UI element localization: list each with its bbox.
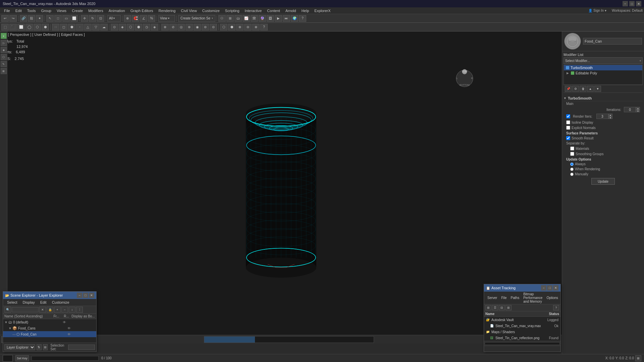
menu-edit[interactable]: Edit [13, 8, 24, 13]
menu-rendering[interactable]: Rendering [156, 8, 178, 13]
se-menu-customize[interactable]: Customize [49, 300, 72, 305]
tb2-btn-23[interactable]: ⊛ [185, 24, 193, 31]
menu-civil-view[interactable]: Civil View [178, 8, 199, 13]
scale-button[interactable]: ⊡ [97, 15, 104, 22]
se-footer-btn-2[interactable]: ⊞ [43, 344, 48, 350]
tb2-btn-28[interactable]: ⬢ [228, 24, 235, 31]
select-button[interactable]: ↖ [46, 15, 54, 22]
menu-help[interactable]: Help [299, 8, 312, 13]
modifier-editable-poly[interactable]: ▶ Editable Poly [564, 70, 642, 76]
layer-manager[interactable]: 🗂 [234, 15, 242, 22]
smoothing-groups-checkbox[interactable] [570, 152, 574, 156]
update-button[interactable]: Update [591, 178, 615, 185]
se-tb-options[interactable]: ⋮ [76, 307, 83, 313]
manually-radio[interactable] [570, 173, 574, 176]
at-menu-options[interactable]: Options [544, 296, 560, 300]
tb2-btn-12[interactable]: ▽ [92, 24, 100, 31]
when-rendering-radio[interactable] [570, 168, 574, 171]
tb2-btn-8[interactable]: ◻ [60, 24, 67, 31]
menu-tools[interactable]: Tools [24, 8, 39, 13]
always-radio[interactable] [570, 163, 574, 166]
iterations-spinner[interactable]: ▲ ▼ [624, 107, 640, 112]
select-by-name[interactable]: □ [54, 15, 62, 22]
left-btn-1[interactable]: ● [1, 33, 7, 39]
at-row-png[interactable]: 🖼 Steel_Tin_Can_reflection.png Found [484, 335, 560, 341]
se-footer-btn-1[interactable]: ⇅ [37, 344, 42, 350]
render-iters-spinner[interactable]: ▲ ▼ [596, 114, 612, 119]
se-tb-sort[interactable]: ↕ [69, 307, 75, 313]
menu-file[interactable]: File [1, 8, 13, 13]
left-btn-2[interactable]: ▷ [1, 40, 7, 46]
mod-move-down[interactable]: ▼ [594, 86, 601, 92]
materials-checkbox[interactable] [570, 146, 574, 150]
object-name-input[interactable] [583, 38, 642, 45]
tb2-btn-17[interactable]: ⬣ [135, 24, 142, 31]
tb2-btn-3[interactable]: ⬜ [17, 24, 25, 31]
at-row-maps[interactable]: 📁 Maps / Shaders [484, 329, 560, 335]
tb2-btn-15[interactable]: ◈ [119, 24, 126, 31]
render-iters-value[interactable] [596, 114, 608, 119]
tb2-btn-26[interactable]: ⊝ [210, 24, 217, 31]
curve-editor[interactable]: 📈 [243, 15, 250, 22]
help-button[interactable]: ? [299, 15, 306, 22]
menu-group[interactable]: Group [38, 8, 54, 13]
render-iters-down[interactable]: ▼ [608, 116, 612, 119]
tb2-btn-10[interactable]: ⬝ [76, 24, 84, 31]
tb2-btn-5[interactable]: ⬡ [34, 24, 41, 31]
create-selection-set[interactable]: Create Selection Se ▾ [178, 15, 215, 22]
mod-delete-button[interactable]: 🗑 [580, 86, 586, 92]
schematic[interactable]: 🕸 [251, 15, 258, 22]
tb2-btn-9[interactable]: ⬟ [68, 24, 75, 31]
window-crossing[interactable]: ⬜ [70, 15, 78, 22]
se-tb-add[interactable]: + [54, 307, 61, 313]
tb2-btn-32[interactable]: ? [260, 24, 268, 31]
at-row-vault[interactable]: 🔐 Autodesk Vault Logged [484, 317, 560, 323]
scene-explorer-maximize[interactable]: □ [83, 293, 88, 298]
bind-button[interactable]: ✦ [36, 15, 43, 22]
close-button[interactable]: ✕ [636, 1, 641, 6]
at-tb-btn-4[interactable]: ⊞ [505, 305, 512, 310]
left-btn-4[interactable]: ⬡ [1, 54, 7, 60]
tb2-btn-24[interactable]: ◉ [194, 24, 201, 31]
at-menu-paths[interactable]: Paths [509, 296, 522, 300]
minimize-button[interactable]: − [623, 1, 628, 6]
tree-row-default[interactable]: ▼ 🗂 0 (default) 👁 [3, 319, 96, 325]
environment[interactable]: 🌍 [291, 15, 298, 22]
scene-explorer-minimize[interactable]: − [77, 293, 82, 298]
tb2-btn-29[interactable]: ⊕ [236, 24, 244, 31]
menu-arnold[interactable]: Arnold [283, 8, 299, 13]
scene-explorer-titlebar[interactable]: 📂 Scene Explorer - Layer Explorer − □ ✕ [3, 292, 96, 299]
menu-content[interactable]: Content [264, 8, 283, 13]
material-editor[interactable]: 🔮 [259, 15, 266, 22]
turbosmooth-header[interactable]: ▼ TurboSmooth [564, 96, 643, 101]
tree-row-food-can[interactable]: — ⬡ Food_Can 👁 [3, 331, 96, 337]
iterations-down[interactable]: ▼ [636, 110, 640, 112]
undo-button[interactable]: ↩ [1, 15, 9, 22]
mirror-button[interactable]: ⚇ [218, 15, 226, 22]
at-menu-file[interactable]: File [499, 296, 508, 300]
at-tb-btn-2[interactable]: ☰ [492, 305, 498, 310]
tb2-btn-11[interactable]: △ [84, 24, 92, 31]
redo-button[interactable]: ↪ [9, 15, 17, 22]
tb2-btn-7[interactable]: ∷ [52, 24, 59, 31]
at-tb-help[interactable]: ? [553, 305, 559, 310]
snap-toggle[interactable]: 🧲 [132, 15, 139, 22]
tb2-btn-19[interactable]: ◈ [151, 24, 158, 31]
menu-scripting[interactable]: Scripting [222, 8, 242, 13]
at-menu-bitmap[interactable]: Bitmap Performance and Memory [521, 292, 544, 304]
rotate-button[interactable]: ↻ [89, 15, 96, 22]
mod-pin-button[interactable]: 📌 [565, 86, 572, 92]
se-tb-x[interactable]: ✕ [39, 307, 46, 313]
tb2-btn-25[interactable]: ⊜ [202, 24, 209, 31]
asset-tracking-titlebar[interactable]: 📋 Asset Tracking − □ ✕ [484, 284, 560, 292]
tb2-btn-14[interactable]: ⊙ [111, 24, 118, 31]
tb2-btn-21[interactable]: ⊘ [169, 24, 177, 31]
tb2-btn-16[interactable]: ⬡ [127, 24, 134, 31]
asset-tracking-minimize[interactable]: − [541, 285, 546, 291]
percent-snap[interactable]: % [148, 15, 155, 22]
se-search-input[interactable] [12, 307, 39, 312]
maximize-button[interactable]: □ [629, 1, 635, 6]
render-setup[interactable]: 🖼 [267, 15, 274, 22]
tb2-btn-30[interactable]: ⊖ [244, 24, 252, 31]
modifier-dropdown[interactable]: Select Modifier... ▾ [564, 57, 643, 64]
